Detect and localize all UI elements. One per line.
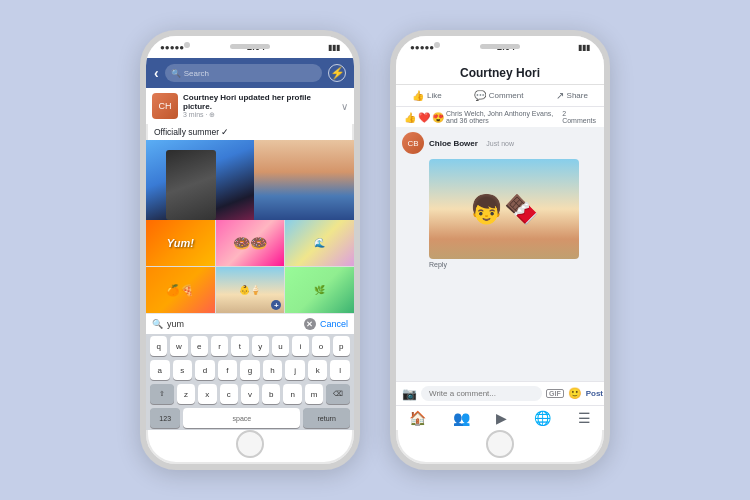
key-backspace[interactable]: ⌫ bbox=[326, 384, 350, 404]
commenter-info: Chloe Bower Just now bbox=[429, 132, 514, 150]
nav-video[interactable]: ▶ bbox=[496, 410, 507, 426]
search-bar[interactable]: 🔍 Search bbox=[165, 64, 322, 82]
reply-link[interactable]: Reply bbox=[402, 259, 598, 270]
keyboard: q w e r t y u i o p a s d f g h j k l bbox=[146, 334, 354, 430]
action-bar: 👍 Like 💬 Comment ↗ Share bbox=[396, 85, 604, 107]
key-y[interactable]: y bbox=[252, 336, 269, 356]
avatar-initials: CH bbox=[159, 101, 172, 111]
home-button-right[interactable] bbox=[486, 430, 514, 458]
key-p[interactable]: p bbox=[333, 336, 350, 356]
gif-cell-kid[interactable]: 👶🍦 + bbox=[216, 267, 285, 313]
key-l[interactable]: l bbox=[330, 360, 350, 380]
camera-icon[interactable]: 📷 bbox=[402, 387, 417, 401]
key-r[interactable]: r bbox=[211, 336, 228, 356]
key-t[interactable]: t bbox=[231, 336, 248, 356]
main-photo bbox=[146, 140, 354, 220]
phone-left-content: ‹ 🔍 Search ⚡ CH Courtney Hori updated he… bbox=[146, 58, 354, 430]
key-m[interactable]: m bbox=[305, 384, 323, 404]
key-shift[interactable]: ⇧ bbox=[150, 384, 174, 404]
key-return[interactable]: return bbox=[303, 408, 350, 428]
messenger-icon[interactable]: ⚡ bbox=[328, 64, 346, 82]
poster-name: Courtney Hori updated her profile pictur… bbox=[183, 93, 336, 111]
key-q[interactable]: q bbox=[150, 336, 167, 356]
gif-cell-6[interactable]: 🌿 bbox=[285, 267, 354, 313]
facebook-navbar: ‹ 🔍 Search ⚡ bbox=[146, 58, 354, 88]
yum-text: Yum! bbox=[167, 237, 194, 249]
cancel-button[interactable]: Cancel bbox=[320, 319, 348, 329]
reactions-bar: 👍 ❤️ 😍 Chris Welch, John Anthony Evans, … bbox=[396, 107, 604, 127]
gif-badge[interactable]: GIF bbox=[546, 389, 564, 398]
donut-emoji: 🍩🍩 bbox=[233, 235, 267, 251]
comment-icon: 💬 bbox=[474, 90, 486, 101]
post-chevron-icon[interactable]: ∨ bbox=[341, 101, 348, 112]
comment-button[interactable]: 💬 Comment bbox=[474, 90, 524, 101]
key-k[interactable]: k bbox=[308, 360, 328, 380]
like-icon: 👍 bbox=[412, 90, 424, 101]
like-button[interactable]: 👍 Like bbox=[412, 90, 442, 101]
bottom-nav: 🏠 👥 ▶ 🌐 ☰ bbox=[396, 405, 604, 430]
nav-globe[interactable]: 🌐 bbox=[534, 410, 551, 426]
phone-camera bbox=[184, 42, 190, 48]
commenter-row: CB Chloe Bower Just now bbox=[402, 132, 598, 154]
photo-figure bbox=[166, 150, 216, 220]
share-button[interactable]: ↗ Share bbox=[556, 90, 588, 101]
signal-dots: ●●●●● bbox=[160, 43, 184, 52]
gif-cell-4-content: 🍊🍕 bbox=[166, 284, 194, 297]
key-123[interactable]: 123 bbox=[150, 408, 180, 428]
key-u[interactable]: u bbox=[272, 336, 289, 356]
clear-search-icon[interactable]: ✕ bbox=[304, 318, 316, 330]
messenger-symbol: ⚡ bbox=[330, 66, 345, 80]
key-x[interactable]: x bbox=[198, 384, 216, 404]
key-o[interactable]: o bbox=[312, 336, 329, 356]
key-g[interactable]: g bbox=[240, 360, 260, 380]
key-v[interactable]: v bbox=[241, 384, 259, 404]
key-d[interactable]: d bbox=[195, 360, 215, 380]
key-a[interactable]: a bbox=[150, 360, 170, 380]
kid-figure: 👦🍫 bbox=[469, 193, 539, 226]
like-emoji: 👍 bbox=[404, 112, 416, 123]
key-w[interactable]: w bbox=[170, 336, 187, 356]
comment-input[interactable] bbox=[421, 386, 542, 401]
emoji-button[interactable]: 🙂 bbox=[568, 387, 582, 400]
reactions-left: 👍 ❤️ 😍 Chris Welch, John Anthony Evans, … bbox=[404, 110, 562, 124]
gif-cell-4[interactable]: 🍊🍕 bbox=[146, 267, 215, 313]
key-s[interactable]: s bbox=[173, 360, 193, 380]
key-n[interactable]: n bbox=[283, 384, 301, 404]
comment-image: 👦🍫 bbox=[429, 159, 579, 259]
share-icon: ↗ bbox=[556, 90, 564, 101]
gif-cell-3[interactable]: 🌊 bbox=[285, 220, 354, 266]
key-i[interactable]: i bbox=[292, 336, 309, 356]
key-b[interactable]: b bbox=[262, 384, 280, 404]
home-button-left[interactable] bbox=[236, 430, 264, 458]
keyboard-row-1: q w e r t y u i o p bbox=[146, 334, 354, 358]
key-e[interactable]: e bbox=[191, 336, 208, 356]
nav-friends[interactable]: 👥 bbox=[453, 410, 470, 426]
keyboard-row-4: 123 space return bbox=[146, 406, 354, 430]
gif-cell-yum[interactable]: Yum! bbox=[146, 220, 215, 266]
comment-label: Comment bbox=[489, 91, 524, 100]
key-j[interactable]: j bbox=[285, 360, 305, 380]
signal-right: ●●●●● bbox=[410, 43, 434, 52]
phone-right: ●●●●● 2:04 ▮▮▮ Courtney Hori 👍 Like 💬 Co… bbox=[390, 30, 610, 470]
key-f[interactable]: f bbox=[218, 360, 238, 380]
profile-header: Courtney Hori bbox=[396, 58, 604, 85]
key-h[interactable]: h bbox=[263, 360, 283, 380]
key-c[interactable]: c bbox=[220, 384, 238, 404]
comment-input-bar: 📷 GIF 🙂 Post bbox=[396, 381, 604, 405]
post-avatar: CH bbox=[152, 93, 178, 119]
gif-cell-donuts[interactable]: 🍩🍩 bbox=[216, 220, 285, 266]
gif-search-icon: 🔍 bbox=[152, 319, 163, 329]
gif-grid: Yum! 🍩🍩 🌊 🍊🍕 👶🍦 + 🌿 bbox=[146, 220, 354, 313]
nav-home[interactable]: 🏠 bbox=[409, 410, 426, 426]
key-z[interactable]: z bbox=[177, 384, 195, 404]
back-button[interactable]: ‹ bbox=[154, 65, 159, 81]
post-button[interactable]: Post bbox=[586, 389, 603, 398]
gif-cell-3-content: 🌊 bbox=[314, 238, 325, 248]
nav-menu[interactable]: ☰ bbox=[578, 410, 591, 426]
keyboard-row-2: a s d f g h j k l bbox=[146, 358, 354, 382]
gif-add-btn[interactable]: + bbox=[271, 300, 281, 310]
key-space[interactable]: space bbox=[183, 408, 300, 428]
gif-search-input[interactable] bbox=[167, 319, 300, 329]
gif-cell-6-content: 🌿 bbox=[314, 285, 325, 295]
comment-area: CB Chloe Bower Just now 👦🍫 Reply bbox=[396, 127, 604, 381]
